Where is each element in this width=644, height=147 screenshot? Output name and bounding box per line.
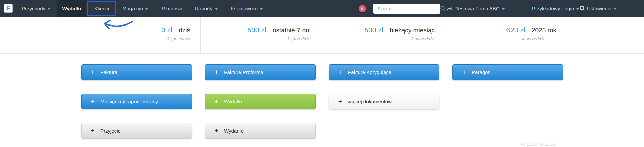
- plus-icon: +: [215, 69, 224, 76]
- stat-subtext: 3 sprzedaże: [201, 36, 311, 41]
- button-label: Wydatki: [224, 99, 242, 104]
- caret-down-icon: [614, 8, 616, 10]
- stat-subtext: 3 sprzedaże: [321, 36, 435, 41]
- logo-letter: F: [7, 5, 10, 12]
- nav-item-label: Przychody: [22, 6, 45, 11]
- stat-subtext: 4 sprzedaże: [442, 36, 556, 41]
- stat-label: bieżący miesiąc: [390, 27, 435, 34]
- caret-down-icon: [145, 8, 148, 10]
- version-watermark: v6 113.0.04.11.14: [521, 142, 555, 147]
- top-nav: F Przychody Wydatki Klienci Magazyn Płat…: [0, 0, 644, 17]
- plus-icon: +: [338, 98, 348, 105]
- miesieczny-raport-fiskalny-button[interactable]: + Miesięczny raport fiskalny: [81, 94, 192, 109]
- search-icon[interactable]: [440, 4, 446, 13]
- stat-label: 2025 rok: [532, 27, 556, 34]
- stat-label: dziś: [179, 27, 190, 34]
- caret-down-icon: [502, 8, 505, 10]
- dashboard-page: F Przychody Wydatki Klienci Magazyn Płat…: [0, 0, 644, 147]
- button-label: Miesięczny raport fiskalny: [100, 99, 158, 104]
- wydanie-button[interactable]: + Wydanie: [205, 123, 316, 139]
- user-menu[interactable]: Przykładowy Login: [532, 0, 579, 17]
- stat-value: 500 zł: [364, 26, 383, 34]
- caret-down-icon: [215, 8, 218, 10]
- notification-count: 5: [361, 6, 364, 11]
- notification-badge[interactable]: 5: [359, 5, 366, 12]
- user-name: Przykładowy Login: [532, 6, 574, 11]
- plus-icon: +: [338, 69, 348, 76]
- faktura-korygujaca-button[interactable]: + Faktura Korygująca: [329, 64, 439, 80]
- nav-item-magazyn[interactable]: Magazyn: [122, 0, 148, 17]
- nav-item-platnosci[interactable]: Płatności: [162, 0, 182, 17]
- stat-cell-today: 0 zł dziś 0 sprzedaży: [0, 17, 201, 53]
- company-name: Testowa Firma ABC: [455, 6, 500, 11]
- settings-label: Ustawienia: [587, 6, 611, 11]
- settings-menu[interactable]: Ustawienia: [579, 0, 616, 17]
- button-label: więcej dokumentów: [348, 99, 392, 104]
- button-label: Faktura: [100, 69, 117, 75]
- plus-icon: +: [91, 127, 100, 134]
- stat-subtext: 0 sprzedaży: [0, 36, 190, 41]
- company-menu[interactable]: Testowa Firma ABC: [447, 0, 505, 17]
- search-input[interactable]: [373, 6, 440, 11]
- stat-cell-last-7-days: 500 zł ostatnie 7 dni 3 sprzedaże: [201, 17, 321, 53]
- button-label: Przyjęcie: [100, 128, 121, 134]
- faktura-button[interactable]: + Faktura: [81, 64, 192, 80]
- app-logo[interactable]: F: [4, 4, 13, 13]
- nav-item-label: Klienci: [94, 6, 109, 11]
- wiecej-dokumentow-button[interactable]: + więcej dokumentów: [329, 94, 439, 109]
- stat-cell-current-month: 500 zł bieżący miesiąc 3 sprzedaże: [321, 17, 442, 53]
- caret-down-icon: [48, 8, 50, 10]
- search-box: [373, 4, 440, 14]
- nav-item-wydatki[interactable]: Wydatki: [57, 0, 86, 17]
- gauge-icon: [447, 6, 453, 12]
- nav-item-raporty[interactable]: Raporty: [195, 0, 218, 17]
- wydatki-button[interactable]: + Wydatki: [205, 94, 316, 109]
- plus-icon: +: [215, 98, 224, 105]
- button-label: Faktura Korygująca: [348, 69, 391, 75]
- plus-icon: +: [462, 69, 472, 76]
- nav-item-klienci[interactable]: Klienci: [94, 0, 109, 17]
- stat-value: 0 zł: [161, 26, 172, 34]
- button-label: Wydanie: [224, 128, 244, 134]
- caret-down-icon: [576, 8, 579, 10]
- nav-item-label: Księgowość: [231, 6, 258, 11]
- nav-item-przychody[interactable]: Przychody: [22, 0, 50, 17]
- plus-icon: +: [91, 69, 100, 76]
- nav-item-label: Płatności: [162, 6, 182, 11]
- stat-value: 500 zł: [247, 26, 266, 34]
- nav-item-label: Wydatki: [62, 6, 81, 11]
- przyjecie-button[interactable]: + Przyjęcie: [81, 123, 192, 139]
- stat-cell-year-2025: 623 zł 2025 rok 4 sprzedaże: [442, 17, 618, 53]
- plus-icon: +: [215, 127, 224, 134]
- nav-item-ksiegowosc[interactable]: Księgowość: [231, 0, 263, 17]
- stat-label: ostatnie 7 dni: [273, 27, 311, 34]
- stat-value: 623 zł: [506, 26, 525, 34]
- nav-item-label: Magazyn: [122, 6, 143, 11]
- gear-icon: [579, 5, 585, 12]
- sales-summary-bar: 0 zł dziś 0 sprzedaży 500 zł ostatnie 7 …: [0, 17, 644, 54]
- nav-item-label: Raporty: [195, 6, 213, 11]
- button-label: Paragon: [472, 69, 491, 75]
- paragon-button[interactable]: + Paragon: [452, 64, 563, 80]
- plus-icon: +: [91, 98, 100, 105]
- faktura-proforma-button[interactable]: + Faktura Proforma: [205, 64, 316, 80]
- caret-down-icon: [260, 8, 263, 10]
- button-label: Faktura Proforma: [224, 69, 263, 75]
